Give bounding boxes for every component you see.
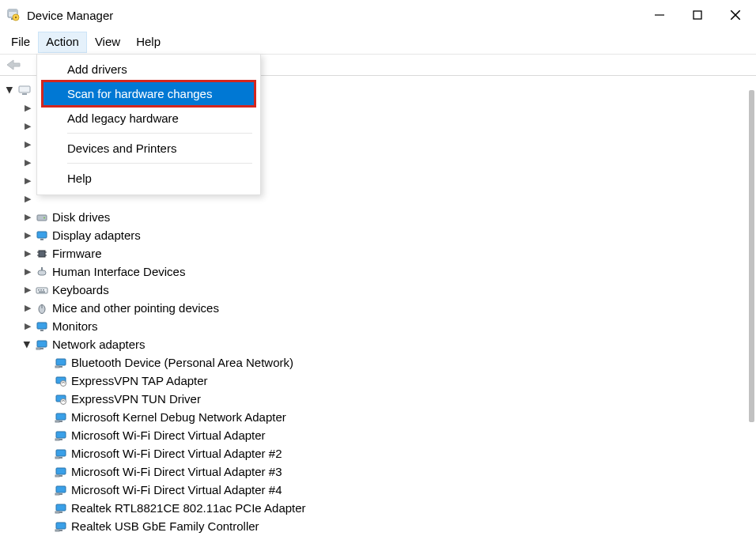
tree-category[interactable]: ▶Mice and other pointing devices: [22, 299, 756, 317]
caret-icon[interactable]: ▶: [22, 174, 33, 187]
menu-file[interactable]: File: [3, 32, 38, 53]
svg-rect-6: [694, 11, 701, 19]
tree-device[interactable]: ExpressVPN TUN Driver: [41, 390, 756, 408]
tree-category-label: Mice and other pointing devices: [52, 299, 219, 317]
tree-category-label: Disk drives: [52, 208, 110, 226]
network-adapter-icon: [54, 447, 68, 461]
kbd-icon: [35, 283, 49, 297]
caret-icon[interactable]: ▶: [22, 156, 33, 169]
tree-category[interactable]: ▶Disk drives: [22, 208, 756, 226]
menu-help[interactable]: Help: [128, 32, 168, 53]
dd-devices-printers[interactable]: Devices and Printers: [37, 137, 260, 160]
action-dropdown: Add drivers Scan for hardware changes Ad…: [36, 54, 261, 195]
tree-device[interactable]: Microsoft Wi-Fi Direct Virtual Adapter #…: [41, 481, 756, 499]
monitor-icon: [35, 319, 49, 334]
tree-device-label: Microsoft Kernel Debug Network Adapter: [71, 408, 286, 426]
app-icon: [6, 8, 21, 22]
dd-add-legacy[interactable]: Add legacy hardware: [37, 107, 260, 130]
minimize-button[interactable]: [652, 7, 667, 23]
caret-icon[interactable]: ▶: [22, 101, 33, 115]
dropdown-separator: [67, 133, 252, 134]
tree-device-label: Bluetooth Device (Personal Area Network): [71, 353, 293, 372]
network-adapter-icon: [54, 410, 68, 425]
hid-icon: [35, 265, 49, 279]
tree-device[interactable]: Bluetooth Device (Personal Area Network): [41, 353, 756, 372]
tree-device-label: ExpressVPN TUN Driver: [71, 390, 201, 408]
menu-action[interactable]: Action: [38, 32, 87, 53]
close-button[interactable]: [728, 7, 743, 23]
network-adapter-icon: [54, 356, 68, 370]
tree-device-label: Realtek USB GbE Family Controller: [71, 517, 259, 535]
caret-icon[interactable]: ▶: [21, 339, 34, 350]
dd-scan-hardware[interactable]: Scan for hardware changes: [43, 82, 254, 105]
caret-icon[interactable]: ▶: [22, 138, 33, 151]
tree-device-label: Realtek RTL8821CE 802.11ac PCIe Adapter: [71, 499, 306, 517]
network-adapter-icon: [54, 374, 68, 388]
window-title: Device Manager: [27, 9, 113, 22]
network-adapter-icon: [54, 483, 68, 497]
tree-category-label: Human Interface Devices: [52, 262, 185, 281]
network-adapter-icon: [54, 392, 68, 406]
tree-device[interactable]: ExpressVPN TAP Adapter: [41, 372, 756, 390]
tree-device[interactable]: Realtek RTL8821CE 802.11ac PCIe Adapter: [41, 499, 756, 517]
caret-icon[interactable]: ▶: [22, 192, 33, 206]
tree-category-label: Network adapters: [52, 335, 146, 353]
tree-category-label: Firmware: [52, 244, 102, 262]
caret-icon[interactable]: ▶: [22, 228, 33, 242]
tree-category[interactable]: ▶Human Interface Devices: [22, 262, 756, 281]
tree-device-label: Microsoft Wi-Fi Direct Virtual Adapter: [71, 426, 266, 444]
tree-device-label: Microsoft Wi-Fi Direct Virtual Adapter #…: [71, 444, 282, 462]
caret-icon[interactable]: ▶: [22, 301, 33, 315]
tree-device[interactable]: Microsoft Kernel Debug Network Adapter: [41, 408, 756, 426]
dd-add-drivers[interactable]: Add drivers: [37, 58, 260, 81]
tree-category-label: Display adapters: [52, 226, 141, 244]
titlebar: Device Manager: [0, 0, 756, 32]
maximize-button[interactable]: [690, 7, 705, 23]
tree-category[interactable]: ▶Firmware: [22, 244, 756, 262]
tree-category[interactable]: ▶Network adapters: [22, 335, 756, 353]
caret-icon[interactable]: ▶: [22, 119, 33, 133]
tree-device[interactable]: Realtek USB GbE Family Controller: [41, 517, 756, 535]
tree-category-label: Keyboards: [52, 281, 109, 299]
dd-help[interactable]: Help: [37, 167, 260, 190]
menubar: File Action View Help: [0, 32, 756, 54]
svg-rect-11: [22, 93, 27, 95]
tree-device[interactable]: Microsoft Wi-Fi Direct Virtual Adapter #…: [41, 444, 756, 462]
caret-icon[interactable]: ▶: [3, 85, 17, 96]
caret-icon[interactable]: ▶: [22, 283, 33, 296]
tree-device-label: Microsoft Wi-Fi Direct Virtual Adapter #…: [71, 481, 282, 499]
tree-category[interactable]: ▶Monitors: [22, 317, 756, 335]
svg-rect-10: [19, 86, 30, 92]
scrollbar-thumb[interactable]: [749, 90, 754, 422]
svg-point-4: [15, 17, 17, 18]
tree-category[interactable]: ▶Keyboards: [22, 281, 756, 299]
tree-category-label: Monitors: [52, 317, 98, 335]
caret-icon[interactable]: ▶: [22, 319, 33, 333]
svg-marker-9: [7, 60, 20, 70]
caret-icon[interactable]: ▶: [22, 265, 33, 278]
caret-icon[interactable]: ▶: [22, 210, 33, 224]
computer-icon: [17, 83, 32, 97]
network-adapter-icon: [54, 501, 68, 515]
caret-icon[interactable]: ▶: [22, 247, 33, 260]
window-controls: [652, 7, 743, 23]
vertical-scrollbar[interactable]: [747, 76, 756, 536]
network-adapter-icon: [54, 465, 68, 479]
dropdown-separator: [67, 163, 252, 164]
chip-icon: [35, 247, 49, 261]
tree-device-label: Microsoft Wi-Fi Direct Virtual Adapter #…: [71, 462, 282, 481]
back-icon[interactable]: [5, 56, 22, 74]
network-adapter-icon: [54, 428, 68, 443]
disk-icon: [35, 210, 49, 225]
tree-device[interactable]: Microsoft Wi-Fi Direct Virtual Adapter #…: [41, 462, 756, 481]
menu-view[interactable]: View: [87, 32, 128, 53]
network-adapter-icon: [54, 519, 68, 534]
tree-device-label: ExpressVPN TAP Adapter: [71, 372, 208, 390]
mouse-icon: [35, 301, 49, 315]
tree-device[interactable]: Microsoft Wi-Fi Direct Virtual Adapter: [41, 426, 756, 444]
monitor-icon: [35, 228, 49, 243]
svg-rect-1: [8, 9, 17, 12]
tree-category[interactable]: ▶Display adapters: [22, 226, 756, 244]
net-icon: [35, 338, 49, 352]
